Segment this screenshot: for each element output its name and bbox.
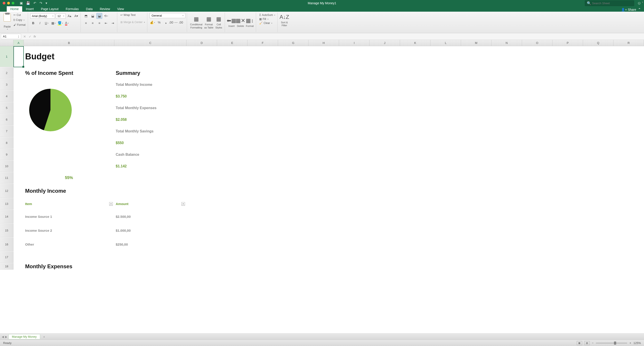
cell-P16[interactable]	[552, 238, 583, 251]
cell-B12[interactable]: Monthly Income	[24, 184, 114, 198]
cell-A9[interactable]	[14, 149, 24, 160]
cell-I4[interactable]	[339, 90, 370, 102]
cell-B15[interactable]: Income Source 2	[24, 224, 114, 237]
format-painter-button[interactable]: 🖌Format	[12, 23, 26, 27]
cell-M8[interactable]	[461, 137, 492, 149]
row-header-6[interactable]: 6	[0, 114, 14, 125]
cell-O3[interactable]	[522, 79, 552, 90]
undo-icon[interactable]: ↶	[34, 1, 36, 5]
cell-M15[interactable]	[461, 224, 492, 237]
cell-I18[interactable]	[339, 263, 370, 270]
column-header-Q[interactable]: Q	[583, 40, 614, 46]
cell-P18[interactable]	[552, 263, 583, 270]
cell-E4[interactable]	[217, 90, 248, 102]
paste-dropdown-icon[interactable]: ▾	[7, 28, 8, 30]
cell-E16[interactable]	[217, 238, 248, 251]
formula-expand-icon[interactable]: ▾	[642, 1, 643, 3]
cell-M14[interactable]	[461, 210, 492, 223]
increase-font-button[interactable]: A▴	[66, 13, 72, 19]
cell-N15[interactable]	[492, 224, 522, 237]
cell-I6[interactable]	[339, 114, 370, 125]
cell-L13[interactable]	[430, 198, 461, 210]
cell-P5[interactable]	[552, 102, 583, 114]
cell-A11[interactable]	[14, 172, 24, 184]
cell-C2[interactable]: Summary	[114, 67, 186, 79]
cell-N17[interactable]	[492, 251, 522, 263]
filter-dropdown-icon[interactable]: ▾	[109, 202, 113, 206]
cell-R2[interactable]	[614, 67, 644, 79]
row-header-9[interactable]: 9	[0, 149, 14, 160]
cell-Q18[interactable]	[583, 263, 614, 270]
cell-O12[interactable]	[522, 184, 552, 198]
underline-button[interactable]: U▾	[44, 20, 50, 26]
cell-G14[interactable]	[278, 210, 308, 223]
cell-F5[interactable]	[248, 102, 278, 114]
cell-K8[interactable]	[400, 137, 430, 149]
cell-R1[interactable]	[614, 46, 644, 67]
cell-M7[interactable]	[461, 125, 492, 137]
cell-H12[interactable]	[308, 184, 339, 198]
cell-Q12[interactable]	[583, 184, 614, 198]
cell-A4[interactable]	[14, 90, 24, 102]
cell-E7[interactable]	[217, 125, 248, 137]
cell-J7[interactable]	[370, 125, 400, 137]
cell-P12[interactable]	[552, 184, 583, 198]
column-header-F[interactable]: F	[248, 40, 278, 46]
cell-K2[interactable]	[400, 67, 430, 79]
cell-R13[interactable]	[614, 198, 644, 210]
cell-N3[interactable]	[492, 79, 522, 90]
cell-L14[interactable]	[430, 210, 461, 223]
cell-N18[interactable]	[492, 263, 522, 270]
cell-G13[interactable]	[278, 198, 308, 210]
cell-L12[interactable]	[430, 184, 461, 198]
cell-C10[interactable]: $1.142	[114, 160, 186, 172]
cell-G5[interactable]	[278, 102, 308, 114]
cell-J13[interactable]	[370, 198, 400, 210]
cell-O4[interactable]	[522, 90, 552, 102]
cell-Q1[interactable]	[583, 46, 614, 67]
cell-M2[interactable]	[461, 67, 492, 79]
column-header-P[interactable]: P	[552, 40, 583, 46]
cell-R15[interactable]	[614, 224, 644, 237]
cell-H6[interactable]	[308, 114, 339, 125]
cell-N4[interactable]	[492, 90, 522, 102]
cell-I9[interactable]	[339, 149, 370, 160]
align-center-button[interactable]: ≡	[90, 20, 96, 26]
cell-Q11[interactable]	[583, 172, 614, 184]
cell-R6[interactable]	[614, 114, 644, 125]
redo-icon[interactable]: ↷	[40, 1, 42, 5]
cell-O6[interactable]	[522, 114, 552, 125]
cell-J6[interactable]	[370, 114, 400, 125]
cell-B18[interactable]: Monthly Expenses	[24, 263, 114, 270]
cell-D16[interactable]	[186, 238, 217, 251]
align-middle-button[interactable]: ⬓	[90, 13, 96, 19]
cell-Q6[interactable]	[583, 114, 614, 125]
cell-I7[interactable]	[339, 125, 370, 137]
cell-H14[interactable]	[308, 210, 339, 223]
cell-E11[interactable]	[217, 172, 248, 184]
cell-H9[interactable]	[308, 149, 339, 160]
save-icon[interactable]: 💾	[26, 1, 30, 5]
cell-C1[interactable]	[114, 46, 186, 67]
cell-N14[interactable]	[492, 210, 522, 223]
cell-O15[interactable]	[522, 224, 552, 237]
cell-I5[interactable]	[339, 102, 370, 114]
column-header-I[interactable]: I	[339, 40, 370, 46]
cell-D5[interactable]	[186, 102, 217, 114]
fill-color-button[interactable]: 🪣▾	[57, 20, 63, 26]
cell-K16[interactable]	[400, 238, 430, 251]
cell-E10[interactable]	[217, 160, 248, 172]
zoom-thumb[interactable]	[614, 342, 616, 345]
cell-A15[interactable]	[14, 224, 24, 237]
cell-I8[interactable]	[339, 137, 370, 149]
cell-D14[interactable]	[186, 210, 217, 223]
column-header-J[interactable]: J	[370, 40, 400, 46]
cell-O14[interactable]	[522, 210, 552, 223]
insert-cells-button[interactable]: ⬅▦Insert	[227, 16, 236, 28]
cell-L17[interactable]	[430, 251, 461, 263]
cell-G9[interactable]	[278, 149, 308, 160]
cell-F8[interactable]	[248, 137, 278, 149]
cell-H7[interactable]	[308, 125, 339, 137]
cell-D8[interactable]	[186, 137, 217, 149]
cell-O16[interactable]	[522, 238, 552, 251]
